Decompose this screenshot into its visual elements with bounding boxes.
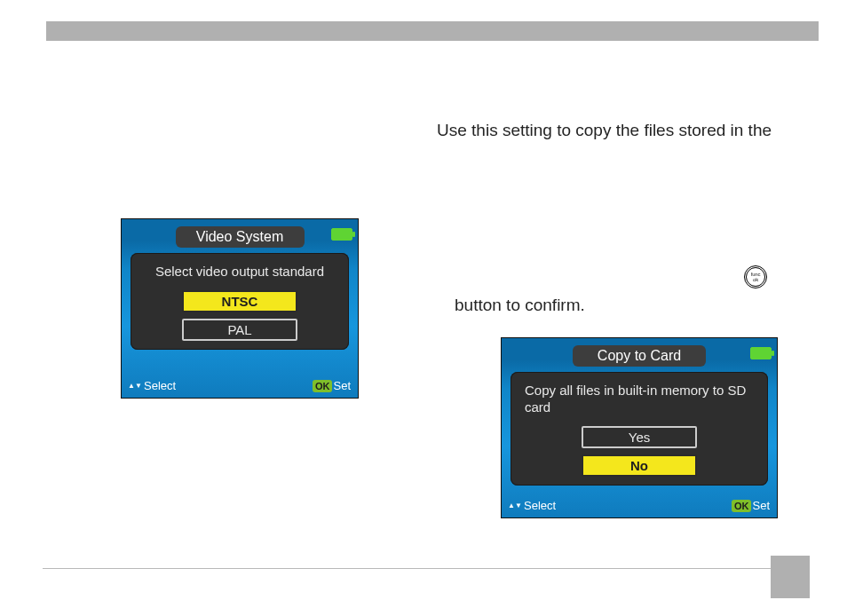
- header-bar: [46, 21, 819, 41]
- footer-select-label: Select: [144, 379, 176, 392]
- ok-badge-icon: OK: [313, 380, 333, 392]
- lcd-copy-to-card: Copy to Card Copy all files in built-in …: [501, 337, 778, 518]
- lcd-title: Video System: [176, 226, 305, 248]
- footer-rule: [43, 568, 781, 569]
- dialog-message: Copy all files in built-in memory to SD …: [519, 383, 759, 416]
- footer-set-label: Set: [752, 499, 770, 512]
- lcd-footer: ▲▼ Select OK Set: [509, 499, 770, 512]
- lcd-footer: ▲▼ Select OK Set: [129, 379, 351, 392]
- dialog-message: Select video output standard: [155, 264, 324, 280]
- ok-badge-icon: OK: [732, 500, 752, 512]
- func-label-bottom: ok: [753, 277, 758, 282]
- lcd-title: Copy to Card: [573, 345, 706, 367]
- confirm-line: func ok button to confirm.: [437, 271, 827, 306]
- func-ok-icon: func ok: [746, 267, 765, 287]
- confirm-text: button to confirm.: [455, 296, 585, 315]
- option-no[interactable]: No: [582, 454, 697, 477]
- intro-text: Use this setting to copy the files store…: [437, 119, 827, 142]
- battery-icon: [331, 228, 352, 241]
- dialog-panel: Select video output standard NTSC PAL: [131, 253, 349, 350]
- lcd-video-system: Video System Select video output standar…: [121, 218, 359, 399]
- updown-icon: ▲▼: [129, 380, 141, 392]
- dialog-panel: Copy all files in built-in memory to SD …: [511, 372, 768, 486]
- option-ntsc[interactable]: NTSC: [182, 290, 297, 312]
- footer-set-label: Set: [333, 379, 351, 392]
- option-yes[interactable]: Yes: [582, 426, 697, 448]
- footer-select-label: Select: [524, 499, 556, 512]
- battery-icon: [750, 347, 772, 359]
- option-pal[interactable]: PAL: [182, 319, 297, 341]
- updown-icon: ▲▼: [509, 500, 521, 512]
- page-corner: [771, 556, 810, 598]
- func-label-top: func: [751, 272, 761, 277]
